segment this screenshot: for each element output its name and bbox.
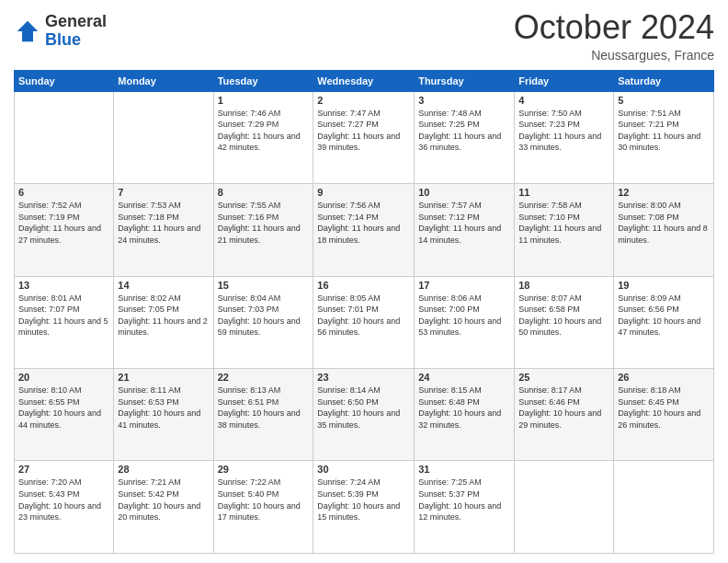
day-info: Sunrise: 8:14 AMSunset: 6:50 PMDaylight:… <box>317 385 410 431</box>
cell-w3-d4: 17Sunrise: 8:06 AMSunset: 7:00 PMDayligh… <box>415 276 515 368</box>
col-saturday: Saturday <box>614 70 714 91</box>
day-number: 2 <box>317 95 410 106</box>
day-number: 29 <box>218 464 310 475</box>
cell-w1-d2: 1Sunrise: 7:46 AMSunset: 7:29 PMDaylight… <box>213 91 313 183</box>
cell-w2-d6: 12Sunrise: 8:00 AMSunset: 7:08 PMDayligh… <box>614 184 714 276</box>
day-info: Sunrise: 8:13 AMSunset: 6:51 PMDaylight:… <box>218 385 310 431</box>
cell-w1-d5: 4Sunrise: 7:50 AMSunset: 7:23 PMDaylight… <box>515 91 614 183</box>
day-number: 25 <box>518 372 609 383</box>
header: General Blue October 2024 Neussargues, F… <box>14 9 714 63</box>
month-title: October 2024 <box>514 9 714 46</box>
day-info: Sunrise: 7:25 AMSunset: 5:37 PMDaylight:… <box>418 477 510 523</box>
day-number: 3 <box>418 95 510 106</box>
day-info: Sunrise: 8:10 AMSunset: 6:55 PMDaylight:… <box>18 385 109 431</box>
logo-blue-text: Blue <box>45 31 107 50</box>
logo-general-text: General <box>45 13 107 31</box>
day-number: 23 <box>317 372 410 383</box>
day-info: Sunrise: 7:58 AMSunset: 7:10 PMDaylight:… <box>518 200 609 246</box>
day-info: Sunrise: 7:46 AMSunset: 7:29 PMDaylight:… <box>218 108 310 154</box>
day-info: Sunrise: 7:24 AMSunset: 5:39 PMDaylight:… <box>317 477 410 523</box>
day-info: Sunrise: 7:53 AMSunset: 7:18 PMDaylight:… <box>118 200 209 246</box>
day-number: 12 <box>618 187 710 198</box>
day-info: Sunrise: 8:09 AMSunset: 6:56 PMDaylight:… <box>618 293 710 339</box>
col-monday: Monday <box>114 70 213 91</box>
cell-w3-d1: 14Sunrise: 8:02 AMSunset: 7:05 PMDayligh… <box>114 276 213 368</box>
day-info: Sunrise: 8:01 AMSunset: 7:07 PMDaylight:… <box>18 293 109 339</box>
day-number: 15 <box>218 280 310 291</box>
day-number: 18 <box>518 280 609 291</box>
day-info: Sunrise: 7:56 AMSunset: 7:14 PMDaylight:… <box>317 200 410 246</box>
cell-w3-d3: 16Sunrise: 8:05 AMSunset: 7:01 PMDayligh… <box>313 276 415 368</box>
cell-w4-d3: 23Sunrise: 8:14 AMSunset: 6:50 PMDayligh… <box>313 369 415 461</box>
col-friday: Friday <box>515 70 614 91</box>
day-info: Sunrise: 7:22 AMSunset: 5:40 PMDaylight:… <box>218 477 310 523</box>
page: General Blue October 2024 Neussargues, F… <box>0 0 728 563</box>
calendar-header-row: Sunday Monday Tuesday Wednesday Thursday… <box>15 70 714 91</box>
col-tuesday: Tuesday <box>213 70 313 91</box>
day-number: 30 <box>317 464 410 475</box>
cell-w1-d1 <box>114 91 213 183</box>
day-info: Sunrise: 7:55 AMSunset: 7:16 PMDaylight:… <box>218 200 310 246</box>
logo-icon <box>14 17 41 45</box>
week-row-2: 6Sunrise: 7:52 AMSunset: 7:19 PMDaylight… <box>15 184 714 276</box>
day-info: Sunrise: 7:21 AMSunset: 5:42 PMDaylight:… <box>118 477 209 523</box>
cell-w5-d4: 31Sunrise: 7:25 AMSunset: 5:37 PMDayligh… <box>415 461 515 554</box>
day-info: Sunrise: 8:11 AMSunset: 6:53 PMDaylight:… <box>118 385 209 431</box>
cell-w4-d1: 21Sunrise: 8:11 AMSunset: 6:53 PMDayligh… <box>114 369 213 461</box>
cell-w3-d2: 15Sunrise: 8:04 AMSunset: 7:03 PMDayligh… <box>213 276 313 368</box>
cell-w2-d1: 7Sunrise: 7:53 AMSunset: 7:18 PMDaylight… <box>114 184 213 276</box>
cell-w1-d4: 3Sunrise: 7:48 AMSunset: 7:25 PMDaylight… <box>415 91 515 183</box>
day-number: 7 <box>118 187 209 198</box>
logo-text: General Blue <box>45 13 107 50</box>
day-info: Sunrise: 8:05 AMSunset: 7:01 PMDaylight:… <box>317 293 410 339</box>
day-number: 13 <box>18 280 109 291</box>
day-info: Sunrise: 7:47 AMSunset: 7:27 PMDaylight:… <box>317 108 410 154</box>
day-number: 28 <box>118 464 209 475</box>
cell-w3-d5: 18Sunrise: 8:07 AMSunset: 6:58 PMDayligh… <box>515 276 614 368</box>
week-row-5: 27Sunrise: 7:20 AMSunset: 5:43 PMDayligh… <box>15 461 714 554</box>
cell-w1-d0 <box>15 91 114 183</box>
title-block: October 2024 Neussargues, France <box>514 9 714 63</box>
day-info: Sunrise: 7:48 AMSunset: 7:25 PMDaylight:… <box>418 108 510 154</box>
day-info: Sunrise: 7:57 AMSunset: 7:12 PMDaylight:… <box>418 200 510 246</box>
day-number: 8 <box>218 187 310 198</box>
col-thursday: Thursday <box>415 70 515 91</box>
day-number: 31 <box>418 464 510 475</box>
week-row-1: 1Sunrise: 7:46 AMSunset: 7:29 PMDaylight… <box>15 91 714 183</box>
day-info: Sunrise: 8:17 AMSunset: 6:46 PMDaylight:… <box>518 385 609 431</box>
day-info: Sunrise: 8:18 AMSunset: 6:45 PMDaylight:… <box>618 385 710 431</box>
day-number: 4 <box>518 95 609 106</box>
day-info: Sunrise: 7:20 AMSunset: 5:43 PMDaylight:… <box>18 477 109 523</box>
day-number: 26 <box>618 372 710 383</box>
day-number: 1 <box>218 95 310 106</box>
cell-w2-d4: 10Sunrise: 7:57 AMSunset: 7:12 PMDayligh… <box>415 184 515 276</box>
cell-w5-d6 <box>614 461 714 554</box>
cell-w5-d0: 27Sunrise: 7:20 AMSunset: 5:43 PMDayligh… <box>15 461 114 554</box>
cell-w2-d2: 8Sunrise: 7:55 AMSunset: 7:16 PMDaylight… <box>213 184 313 276</box>
col-sunday: Sunday <box>15 70 114 91</box>
day-number: 11 <box>518 187 609 198</box>
day-number: 19 <box>618 280 710 291</box>
week-row-4: 20Sunrise: 8:10 AMSunset: 6:55 PMDayligh… <box>15 369 714 461</box>
day-info: Sunrise: 8:00 AMSunset: 7:08 PMDaylight:… <box>618 200 710 246</box>
cell-w5-d2: 29Sunrise: 7:22 AMSunset: 5:40 PMDayligh… <box>213 461 313 554</box>
cell-w2-d3: 9Sunrise: 7:56 AMSunset: 7:14 PMDaylight… <box>313 184 415 276</box>
day-info: Sunrise: 7:51 AMSunset: 7:21 PMDaylight:… <box>618 108 710 154</box>
day-info: Sunrise: 8:02 AMSunset: 7:05 PMDaylight:… <box>118 293 209 339</box>
cell-w3-d6: 19Sunrise: 8:09 AMSunset: 6:56 PMDayligh… <box>614 276 714 368</box>
cell-w3-d0: 13Sunrise: 8:01 AMSunset: 7:07 PMDayligh… <box>15 276 114 368</box>
day-number: 10 <box>418 187 510 198</box>
svg-marker-0 <box>17 21 39 42</box>
day-number: 14 <box>118 280 209 291</box>
cell-w4-d6: 26Sunrise: 8:18 AMSunset: 6:45 PMDayligh… <box>614 369 714 461</box>
day-info: Sunrise: 8:15 AMSunset: 6:48 PMDaylight:… <box>418 385 510 431</box>
location-subtitle: Neussargues, France <box>514 48 714 63</box>
col-wednesday: Wednesday <box>313 70 415 91</box>
cell-w4-d0: 20Sunrise: 8:10 AMSunset: 6:55 PMDayligh… <box>15 369 114 461</box>
day-info: Sunrise: 8:04 AMSunset: 7:03 PMDaylight:… <box>218 293 310 339</box>
cell-w5-d3: 30Sunrise: 7:24 AMSunset: 5:39 PMDayligh… <box>313 461 415 554</box>
cell-w1-d6: 5Sunrise: 7:51 AMSunset: 7:21 PMDaylight… <box>614 91 714 183</box>
day-number: 5 <box>618 95 710 106</box>
cell-w4-d2: 22Sunrise: 8:13 AMSunset: 6:51 PMDayligh… <box>213 369 313 461</box>
day-number: 17 <box>418 280 510 291</box>
